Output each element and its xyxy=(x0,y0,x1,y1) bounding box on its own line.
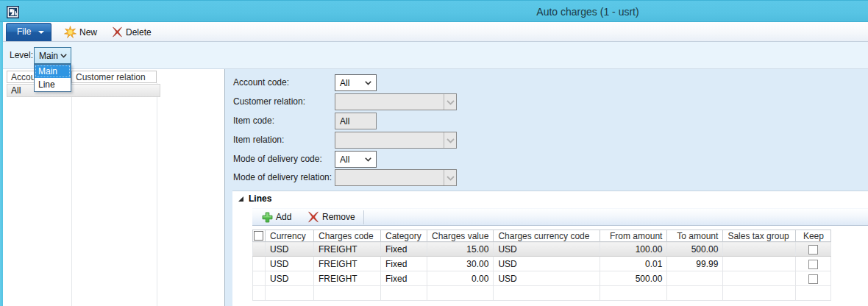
sales-tax-group-cell[interactable] xyxy=(723,257,796,271)
add-button-label: Add xyxy=(276,212,291,222)
lines-grid-empty-row[interactable] xyxy=(253,286,831,301)
charges-value-cell[interactable]: 30.00 xyxy=(427,257,494,271)
new-button-label: New xyxy=(79,27,97,38)
add-plus-icon xyxy=(262,212,273,223)
item-relation-label: Item relation: xyxy=(233,135,284,145)
charges-currency-code-cell[interactable]: USD xyxy=(494,242,600,257)
sales-tax-group-cell[interactable] xyxy=(723,271,796,286)
keep-cell[interactable] xyxy=(796,257,831,271)
level-option-main[interactable]: Main xyxy=(35,65,71,78)
lines-group-title: Lines xyxy=(249,193,271,204)
remove-button-label: Remove xyxy=(322,212,355,222)
column-header-charges-value[interactable]: Charges value xyxy=(427,230,494,242)
window-title: Auto charges (1 - usrt) xyxy=(536,6,638,18)
column-header-sales-tax-group[interactable]: Sales tax group xyxy=(723,230,796,242)
lines-grid-header-row: Currency Charges code Category Charges v… xyxy=(253,230,831,242)
lines-grid-row[interactable]: USD FREIGHT Fixed 15.00 USD 100.00 500.0… xyxy=(253,242,831,257)
relations-grid-selected-row[interactable]: All xyxy=(7,84,160,97)
column-header-keep[interactable]: Keep xyxy=(796,230,831,242)
relations-grid-pane: Account code Customer relation All xyxy=(3,69,224,306)
account-code-label: Account code: xyxy=(233,77,289,88)
column-header-charges-currency-code[interactable]: Charges currency code xyxy=(494,230,600,242)
to-amount-cell[interactable] xyxy=(667,271,723,286)
account-code-combobox[interactable]: All xyxy=(335,74,377,91)
customer-relation-label: Customer relation: xyxy=(233,96,305,107)
lines-grid-row[interactable]: USD FREIGHT Fixed 0.00 USD 500.00 xyxy=(253,271,831,286)
level-pane: Level: Main xyxy=(3,42,868,69)
delete-button[interactable]: Delete xyxy=(112,23,152,41)
mode-of-delivery-code-combobox[interactable]: All xyxy=(335,151,377,168)
add-button[interactable]: Add xyxy=(262,209,291,225)
charges-code-cell[interactable]: FREIGHT xyxy=(314,257,381,271)
account-code-cell: All xyxy=(11,85,21,96)
keep-cell[interactable] xyxy=(796,271,831,286)
file-chevron-down-icon xyxy=(38,31,44,34)
keep-checkbox[interactable] xyxy=(808,274,818,284)
row-selector-cell[interactable] xyxy=(253,242,266,257)
currency-cell[interactable]: USD xyxy=(266,257,314,271)
from-amount-cell[interactable]: 0.01 xyxy=(600,257,667,271)
customer-relation-combobox xyxy=(335,93,457,110)
lines-grid-row[interactable]: USD FREIGHT Fixed 30.00 USD 0.01 99.99 xyxy=(253,257,831,271)
column-header-currency[interactable]: Currency xyxy=(266,230,314,242)
column-header-to-amount[interactable]: To amount xyxy=(667,230,723,242)
dropdown-button xyxy=(444,132,456,148)
expander-icon xyxy=(238,196,244,202)
chevron-down-icon xyxy=(447,176,455,181)
level-dropdown-list: Main Line xyxy=(34,64,71,92)
chevron-down-icon xyxy=(365,157,371,162)
to-amount-cell[interactable]: 99.99 xyxy=(667,257,723,271)
item-relation-combobox xyxy=(335,132,457,149)
file-menu-label: File xyxy=(17,26,31,37)
remove-button[interactable]: Remove xyxy=(307,209,355,225)
keep-checkbox[interactable] xyxy=(808,245,818,255)
column-header-customer-relation[interactable]: Customer relation xyxy=(71,71,157,83)
toolbar-separator xyxy=(363,210,364,224)
charges-currency-code-cell[interactable]: USD xyxy=(494,257,600,271)
charges-currency-code-cell[interactable]: USD xyxy=(494,271,600,286)
charges-value-cell[interactable]: 15.00 xyxy=(427,242,494,257)
category-cell[interactable]: Fixed xyxy=(381,257,427,271)
sales-tax-group-cell[interactable] xyxy=(723,242,796,257)
row-selector-cell[interactable] xyxy=(253,271,266,286)
dropdown-button xyxy=(444,94,456,110)
grid-line xyxy=(157,83,157,306)
command-toolbar: File New Delete xyxy=(3,22,868,42)
auto-charges-window: Auto charges (1 - usrt) File New Delete xyxy=(0,0,868,306)
grid-line xyxy=(71,83,72,306)
lines-toolbar: Add Remove xyxy=(252,208,868,226)
keep-cell[interactable] xyxy=(796,242,831,257)
level-combobox-value: Main xyxy=(39,51,58,61)
row-selector-cell[interactable] xyxy=(253,257,266,271)
item-code-field: All xyxy=(335,113,377,129)
from-amount-cell[interactable]: 100.00 xyxy=(600,242,667,257)
from-amount-cell[interactable]: 500.00 xyxy=(600,271,667,286)
column-header-from-amount[interactable]: From amount xyxy=(600,230,667,242)
lines-group-header[interactable]: Lines xyxy=(238,193,271,204)
select-all-checkbox[interactable] xyxy=(254,231,263,241)
lines-grid: Currency Charges code Category Charges v… xyxy=(252,230,831,301)
new-button[interactable]: New xyxy=(64,23,97,41)
app-icon xyxy=(7,6,19,18)
keep-checkbox[interactable] xyxy=(808,260,818,269)
charges-code-cell[interactable]: FREIGHT xyxy=(314,271,381,286)
chevron-down-icon xyxy=(447,138,455,143)
category-cell[interactable]: Fixed xyxy=(381,242,427,257)
level-combobox[interactable]: Main xyxy=(34,47,71,64)
chevron-down-icon xyxy=(365,81,371,85)
relations-grid-header: Account code Customer relation xyxy=(7,71,157,83)
to-amount-cell[interactable]: 500.00 xyxy=(667,242,723,257)
column-header-charges-code[interactable]: Charges code xyxy=(314,230,381,242)
column-header-category[interactable]: Category xyxy=(381,230,427,242)
level-option-line[interactable]: Line xyxy=(35,78,71,91)
item-code-value: All xyxy=(340,116,349,127)
charges-value-cell[interactable]: 0.00 xyxy=(427,271,494,286)
mode-of-delivery-relation-label: Mode of delivery relation: xyxy=(233,172,332,182)
category-cell[interactable]: Fixed xyxy=(381,271,427,286)
file-menu-button[interactable]: File xyxy=(6,23,51,41)
currency-cell[interactable]: USD xyxy=(266,242,314,257)
chevron-down-icon xyxy=(447,100,455,105)
lines-group: Lines Add Remove xyxy=(232,191,868,306)
currency-cell[interactable]: USD xyxy=(266,271,314,286)
charges-code-cell[interactable]: FREIGHT xyxy=(314,242,381,257)
